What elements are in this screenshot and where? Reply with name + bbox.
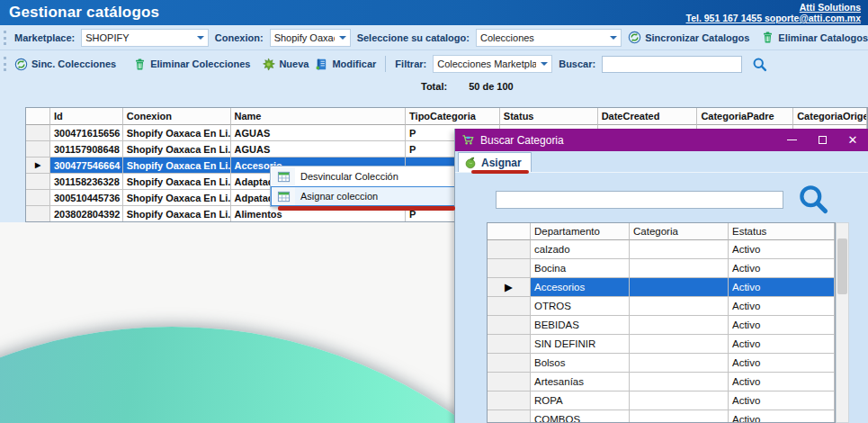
grid-row[interactable]: ArtesaníasActivo — [488, 373, 835, 392]
delete-collections-button[interactable]: Eliminar Colecciones — [133, 58, 250, 71]
grid-row[interactable]: SIN DEFINIRActivo — [488, 335, 835, 354]
modify-collection-button[interactable]: Modificar — [315, 58, 376, 71]
grid-cell: 203802804392 — [50, 206, 123, 222]
chevron-down-icon — [541, 62, 548, 66]
sync-icon — [14, 58, 28, 71]
categories-grid-scrollbar[interactable] — [836, 222, 849, 423]
grid-cell — [630, 259, 729, 278]
contact-link[interactable]: Tel. 951 167 1455 soporte@atti.com.mx — [686, 13, 861, 23]
menu-item-asignar[interactable]: Asignar coleccion — [271, 186, 455, 206]
menu-item-desvincular[interactable]: Desvincular Colección — [271, 166, 455, 186]
column-header[interactable]: Name — [231, 108, 407, 125]
catalog-toolbar: Marketplace: SHOPIFY Conexion: Shopify O… — [0, 25, 868, 50]
grid-cell: Shopify Oaxaca En Li... — [123, 174, 231, 190]
sync-catalogs-label: Sincronizar Catalogos — [645, 32, 749, 43]
grid-row[interactable]: calzadoActivo — [488, 240, 835, 259]
trash-icon — [133, 58, 147, 71]
sync-catalogs-button[interactable]: Sincronizar Catalogos — [628, 31, 749, 44]
new-collection-button[interactable]: Nueva — [262, 58, 309, 71]
grid-cell: COMBOS — [531, 410, 630, 423]
collections-toolbar: Sinc. Colecciones Eliminar Colecciones N… — [0, 51, 868, 76]
sync-collections-button[interactable]: Sinc. Colecciones — [14, 58, 116, 71]
catalog-value: Colecciones — [480, 32, 534, 43]
grid-row[interactable]: ROPAActivo — [488, 392, 835, 410]
window-titlebar: Gestionar catálogos Atti Solutions Tel. … — [0, 0, 868, 25]
column-header[interactable]: CategoriaOrigen — [793, 108, 867, 125]
modify-collection-label: Modificar — [332, 58, 376, 69]
menu-item-label: Asignar coleccion — [295, 191, 378, 202]
connection-value: Shopify Oaxaca En — [274, 32, 335, 43]
row-selector — [488, 410, 531, 423]
grid-cell: Shopify Oaxaca En Li... — [123, 141, 231, 158]
category-search-input[interactable] — [496, 191, 783, 209]
chevron-down-icon — [339, 36, 346, 40]
leaf-icon — [464, 157, 477, 169]
grid-cell: Activo — [729, 392, 835, 410]
row-selector — [488, 373, 531, 392]
row-selector: ▶ — [488, 278, 531, 297]
grid-cell: Activo — [729, 278, 835, 297]
vendor-links: Atti Solutions Tel. 951 167 1455 soporte… — [686, 2, 868, 23]
grid-cell: AGUAS — [231, 125, 407, 141]
grid-row[interactable]: ▶AccesoriosActivo — [488, 278, 835, 297]
grid-cell: calzado — [531, 240, 630, 259]
column-header[interactable]: CategoriaPadre — [697, 108, 793, 125]
delete-catalogs-button[interactable]: Eliminar Catalogos — [761, 31, 868, 44]
column-header[interactable]: Estatus — [729, 223, 835, 240]
catalog-select[interactable]: Colecciones — [476, 29, 622, 47]
column-header[interactable]: Departamento — [531, 223, 630, 240]
grid-cell: OTROS — [531, 297, 630, 316]
grid-cell: Activo — [729, 240, 835, 259]
column-header[interactable]: Conexion — [123, 108, 231, 125]
grid-row[interactable]: BocinaActivo — [488, 259, 835, 278]
dialog-titlebar: Buscar Categoria ✕ — [455, 129, 868, 151]
grid-cell: Activo — [729, 335, 835, 354]
row-selector: ▶ — [26, 158, 50, 174]
menu-item-label: Desvincular Colección — [295, 171, 398, 182]
delete-catalogs-label: Eliminar Catalogos — [778, 32, 868, 43]
column-header[interactable]: DateCreated — [598, 108, 698, 125]
tab-asignar[interactable]: Asignar — [458, 152, 532, 172]
column-header[interactable]: TipoCategoria — [406, 108, 500, 125]
grid-cell — [630, 278, 729, 297]
category-search-icon[interactable] — [797, 183, 829, 215]
connection-label: Conexion: — [215, 32, 264, 43]
connection-select[interactable]: Shopify Oaxaca En — [270, 29, 351, 47]
grid-cell: Activo — [729, 297, 835, 316]
grid-cell: Activo — [729, 259, 835, 278]
filter-select[interactable]: Colecciones Marketplace — [433, 55, 552, 73]
grid-cell — [630, 297, 729, 316]
grid-row[interactable]: BEBIDASActivo — [488, 316, 835, 335]
filter-value: Colecciones Marketplace — [437, 58, 536, 69]
search-input[interactable] — [602, 56, 742, 73]
search-icon[interactable] — [752, 57, 767, 72]
minimize-button[interactable] — [776, 129, 807, 151]
annotation-underline-tab — [471, 170, 529, 174]
row-selector — [26, 190, 50, 206]
star-icon — [262, 58, 275, 71]
toolbar-grip — [4, 57, 6, 71]
grid-row[interactable]: OTROSActivo — [488, 297, 835, 316]
grid-row[interactable]: COMBOSActivo — [488, 410, 835, 423]
scrollbar-thumb[interactable] — [837, 238, 847, 294]
grid-cell — [630, 354, 729, 373]
grid-row[interactable]: BolsosActivo — [488, 354, 835, 373]
grid-cell — [630, 392, 729, 410]
column-header[interactable]: Categoria — [630, 223, 729, 240]
maximize-button[interactable] — [807, 129, 837, 151]
grid-cell: 301157908648 — [50, 141, 123, 158]
marketplace-select[interactable]: SHOPIFY — [81, 29, 209, 47]
row-selector — [26, 125, 50, 141]
categories-grid: DepartamentoCategoriaEstatuscalzadoActiv… — [487, 222, 836, 423]
row-selector — [488, 240, 531, 259]
close-button[interactable]: ✕ — [837, 129, 868, 151]
grid-cell: Activo — [729, 410, 835, 423]
vendor-link[interactable]: Atti Solutions — [800, 2, 861, 13]
table-icon — [272, 187, 295, 205]
total-label: Total: — [421, 81, 447, 92]
grid-cell: AGUAS — [231, 141, 407, 158]
sync-icon — [628, 31, 641, 44]
column-header[interactable]: Id — [50, 108, 123, 125]
gestionar-catalogos-window: Gestionar catálogos Atti Solutions Tel. … — [0, 0, 868, 423]
column-header[interactable]: Status — [500, 108, 598, 125]
